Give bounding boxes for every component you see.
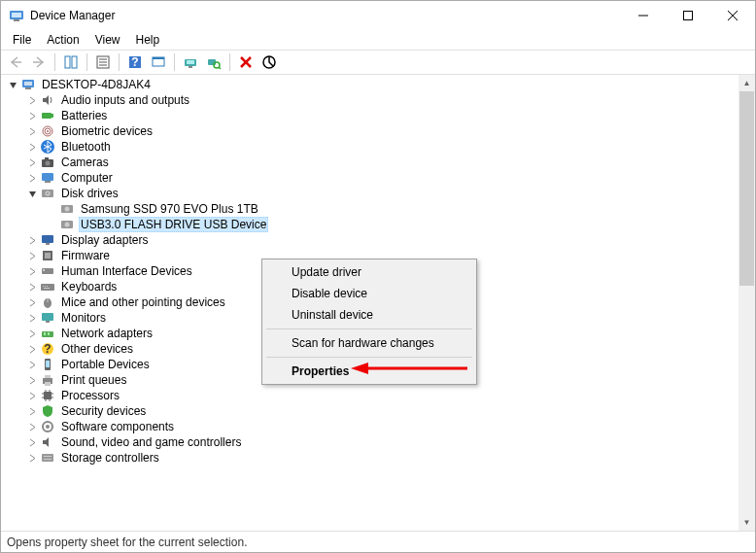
tree-root[interactable]: DESKTOP-4D8JAK4: [1, 77, 739, 92]
chevron-right-icon[interactable]: [24, 372, 40, 388]
chevron-right-icon[interactable]: [24, 170, 40, 186]
toolbar-separator: [54, 53, 55, 71]
app-icon: [9, 8, 24, 23]
chevron-right-icon[interactable]: [24, 310, 40, 326]
chevron-right-icon[interactable]: [24, 388, 40, 403]
chevron-right-icon[interactable]: [24, 232, 40, 248]
menu-file[interactable]: File: [5, 31, 39, 49]
chevron-right-icon[interactable]: [24, 279, 40, 294]
tree-label: Processors: [59, 389, 121, 402]
minimize-button[interactable]: [621, 1, 666, 30]
chevron-right-icon[interactable]: [24, 294, 40, 310]
svg-text:?: ?: [131, 55, 138, 69]
show-hide-console-button[interactable]: [60, 52, 82, 73]
computer-icon: [40, 170, 55, 186]
shield-icon: [40, 403, 55, 419]
chevron-right-icon[interactable]: [24, 357, 40, 372]
tree-item-disk-ssd[interactable]: Samsung SSD 970 EVO Plus 1TB: [1, 201, 739, 217]
tree-label: Human Interface Devices: [59, 264, 194, 278]
chevron-right-icon[interactable]: [24, 434, 40, 450]
svg-point-82: [46, 425, 50, 429]
svg-rect-56: [47, 286, 48, 287]
maximize-button[interactable]: [666, 1, 710, 30]
svg-rect-8: [72, 56, 77, 68]
svg-rect-27: [24, 82, 32, 86]
context-menu: Update driver Disable device Uninstall d…: [261, 259, 477, 385]
context-scan-hardware[interactable]: Scan for hardware changes: [264, 332, 474, 354]
toolbar-separator: [119, 53, 120, 71]
chevron-right-icon[interactable]: [24, 403, 40, 419]
tree-item-processors[interactable]: Processors: [1, 388, 739, 403]
chevron-right-icon[interactable]: [24, 450, 40, 466]
properties-button[interactable]: [92, 52, 114, 73]
help-button[interactable]: ?: [124, 52, 146, 73]
scroll-up-icon[interactable]: ▲: [739, 75, 755, 91]
tree-item-biometric[interactable]: Biometric devices: [1, 123, 739, 139]
tree-label: Samsung SSD 970 EVO Plus 1TB: [79, 202, 260, 216]
chevron-right-icon[interactable]: [24, 123, 40, 139]
other-icon: ?: [40, 341, 55, 357]
tree-item-audio[interactable]: Audio inputs and outputs: [1, 92, 739, 108]
chevron-right-icon[interactable]: [24, 108, 40, 123]
vertical-scrollbar[interactable]: ▲ ▼: [739, 75, 755, 531]
chevron-right-icon[interactable]: [24, 341, 40, 357]
chevron-down-icon[interactable]: [5, 77, 20, 92]
back-button[interactable]: [5, 52, 26, 73]
tree-label: Other devices: [59, 342, 135, 356]
computer-name: DESKTOP-4D8JAK4: [40, 78, 153, 91]
chevron-right-icon[interactable]: [24, 92, 40, 108]
tree-item-cameras[interactable]: Cameras: [1, 155, 739, 170]
chevron-down-icon[interactable]: [24, 186, 40, 201]
tree-item-svg[interactable]: Sound, video and game controllers: [1, 434, 739, 450]
chevron-right-icon[interactable]: [24, 248, 40, 263]
scroll-down-icon[interactable]: ▼: [739, 514, 755, 531]
chevron-right-icon[interactable]: [24, 155, 40, 170]
context-update-driver[interactable]: Update driver: [264, 261, 474, 283]
keyboard-icon: [40, 279, 55, 294]
tree-item-bluetooth[interactable]: Bluetooth: [1, 139, 739, 155]
tree-label: Audio inputs and outputs: [59, 93, 191, 107]
svg-rect-16: [153, 57, 164, 59]
tree-label: Sound, video and game controllers: [59, 435, 243, 449]
tree-item-storage[interactable]: Storage controllers: [1, 450, 739, 466]
uninstall-button[interactable]: [235, 52, 257, 73]
tree-item-diskdrives[interactable]: Disk drives: [1, 186, 739, 201]
context-disable-device[interactable]: Disable device: [264, 283, 474, 304]
forward-button[interactable]: [28, 52, 50, 73]
tree-item-disk-usb[interactable]: USB3.0 FLASH DRIVE USB Device: [1, 217, 739, 232]
svg-rect-1: [12, 13, 21, 17]
tree-label: Software components: [59, 420, 176, 433]
tree-label: Mice and other pointing devices: [59, 295, 227, 309]
bluetooth-icon: [40, 139, 55, 155]
tree-item-display[interactable]: Display adapters: [1, 232, 739, 248]
tree-item-software[interactable]: Software components: [1, 419, 739, 434]
svg-rect-60: [42, 313, 53, 321]
monitor-icon: [40, 310, 55, 326]
close-button[interactable]: [710, 1, 755, 30]
tree-item-security[interactable]: Security devices: [1, 403, 739, 419]
chevron-right-icon[interactable]: [24, 326, 40, 341]
context-uninstall-device[interactable]: Uninstall device: [264, 304, 474, 326]
menu-help[interactable]: Help: [128, 31, 168, 49]
scan-hardware-button[interactable]: [203, 52, 224, 73]
chevron-right-icon[interactable]: [24, 139, 40, 155]
context-properties[interactable]: Properties: [264, 361, 474, 382]
svg-point-42: [47, 192, 49, 194]
svg-rect-70: [45, 375, 51, 378]
disable-button[interactable]: [258, 52, 280, 73]
action-button[interactable]: [148, 52, 169, 73]
chevron-right-icon[interactable]: [24, 419, 40, 434]
fingerprint-icon: [40, 123, 55, 139]
battery-icon: [40, 108, 55, 123]
scrollbar-thumb[interactable]: [739, 91, 754, 286]
tree-item-batteries[interactable]: Batteries: [1, 108, 739, 123]
menu-view[interactable]: View: [87, 31, 128, 49]
chevron-right-icon[interactable]: [24, 263, 40, 279]
svg-point-44: [65, 207, 70, 212]
tree-label: Portable Devices: [59, 358, 152, 371]
tree-item-computer[interactable]: Computer: [1, 170, 739, 186]
menu-action[interactable]: Action: [39, 31, 86, 49]
svg-rect-29: [42, 113, 52, 119]
update-driver-button[interactable]: [180, 52, 201, 73]
svg-rect-47: [42, 235, 53, 243]
